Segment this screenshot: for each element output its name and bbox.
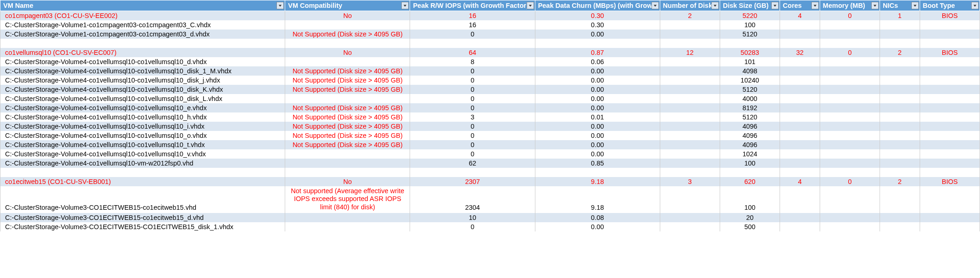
cell-mem	[820, 213, 880, 222]
cell-cores	[780, 112, 820, 122]
filter-icon[interactable]	[811, 2, 819, 9]
col-memory[interactable]: Memory (MB)	[820, 0, 880, 11]
cell-cores	[780, 159, 820, 168]
col-num-disks[interactable]: Number of Disks	[660, 0, 720, 11]
disk-row[interactable]: C:-ClusterStorage-Volume3-CO1ECITWEB15-c…	[0, 186, 980, 213]
cell-ndisk	[660, 186, 720, 213]
cell-mem: 0	[820, 48, 880, 57]
blank-cell	[410, 39, 535, 48]
cell-nics	[880, 159, 920, 168]
col-vm-compat[interactable]: VM Compatibility	[285, 0, 410, 11]
cell-name: C:-ClusterStorage-Volume4-co1vellumsql10…	[0, 149, 285, 159]
cell-cores	[780, 76, 820, 85]
blank-cell	[285, 168, 410, 177]
blank-cell	[410, 168, 535, 177]
cell-boot	[920, 213, 980, 222]
cell-compat: No	[285, 11, 410, 21]
blank-row[interactable]	[0, 168, 980, 177]
cell-churn: 0.87	[535, 48, 660, 57]
cell-boot	[920, 186, 980, 213]
disk-row[interactable]: C:-ClusterStorage-Volume1-co1cmpagent03-…	[0, 20, 980, 30]
col-label: Boot Type	[923, 2, 955, 9]
filter-icon[interactable]	[971, 2, 979, 9]
cell-boot	[920, 57, 980, 66]
disk-row[interactable]: C:-ClusterStorage-Volume4-co1vellumsql10…	[0, 66, 980, 76]
disk-row[interactable]: C:-ClusterStorage-Volume4-co1vellumsql10…	[0, 103, 980, 112]
cell-compat: Not Supported (Disk size > 4095 GB)	[285, 140, 410, 149]
blank-row[interactable]	[0, 39, 980, 48]
vm-row[interactable]: co1cmpagent03 (CO1-CU-SV-EE002)No160.302…	[0, 11, 980, 21]
disk-row[interactable]: C:-ClusterStorage-Volume3-CO1ECITWEB15-C…	[0, 222, 980, 231]
cell-churn: 0.00	[535, 122, 660, 131]
filter-icon[interactable]	[711, 2, 719, 9]
cell-ndisk	[660, 103, 720, 112]
disk-row[interactable]: C:-ClusterStorage-Volume4-co1vellumsql10…	[0, 112, 980, 122]
disk-row[interactable]: C:-ClusterStorage-Volume4-co1vellumsql10…	[0, 94, 980, 103]
blank-cell	[535, 168, 660, 177]
filter-icon[interactable]	[276, 2, 284, 9]
cell-churn: 0.30	[535, 11, 660, 21]
cell-nics	[880, 103, 920, 112]
blank-cell	[780, 39, 820, 48]
cell-cores: 4	[780, 177, 820, 186]
col-peak-iops[interactable]: Peak R/W IOPS (with Growth Factor)	[410, 0, 535, 11]
col-nics[interactable]: NICs	[880, 0, 920, 11]
disk-row[interactable]: C:-ClusterStorage-Volume4-co1vellumsql10…	[0, 76, 980, 85]
cell-name: C:-ClusterStorage-Volume4-co1vellumsql10…	[0, 85, 285, 94]
col-label: Peak R/W IOPS (with Growth Factor)	[413, 2, 528, 9]
cell-churn: 9.18	[535, 177, 660, 186]
cell-iops: 0	[410, 66, 535, 76]
filter-icon[interactable]	[871, 2, 879, 9]
cell-ndisk	[660, 131, 720, 140]
filter-icon[interactable]	[651, 2, 659, 9]
cell-ndisk	[660, 85, 720, 94]
col-label: Cores	[783, 2, 802, 9]
cell-ndisk	[660, 66, 720, 76]
disk-row[interactable]: C:-ClusterStorage-Volume4-co1vellumsql10…	[0, 140, 980, 149]
col-vm-name[interactable]: VM Name	[0, 0, 285, 11]
cell-iops: 0	[410, 140, 535, 149]
col-label: VM Name	[3, 2, 33, 9]
vm-row[interactable]: co1vellumsql10 (CO1-CU-SV-EC007)No640.87…	[0, 48, 980, 57]
disk-row[interactable]: C:-ClusterStorage-Volume4-co1vellumsql10…	[0, 149, 980, 159]
cell-compat: Not Supported (Disk size > 4095 GB)	[285, 122, 410, 131]
disk-row[interactable]: C:-ClusterStorage-Volume4-co1vellumsql10…	[0, 131, 980, 140]
cell-churn: 0.00	[535, 76, 660, 85]
cell-churn: 0.00	[535, 140, 660, 149]
cell-name: C:-ClusterStorage-Volume4-co1vellumsql10…	[0, 122, 285, 131]
cell-iops: 10	[410, 213, 535, 222]
cell-mem	[820, 222, 880, 231]
cell-mem	[820, 66, 880, 76]
filter-icon[interactable]	[911, 2, 919, 9]
col-label: Disk Size (GB)	[723, 2, 769, 9]
col-cores[interactable]: Cores	[780, 0, 820, 11]
disk-row[interactable]: C:-ClusterStorage-Volume1-co1cmpagent03-…	[0, 30, 980, 39]
cell-nics	[880, 222, 920, 231]
col-peak-churn[interactable]: Peak Data Churn (MBps) (with Growth Fact…	[535, 0, 660, 11]
cell-ndisk	[660, 94, 720, 103]
vm-capacity-table: VM Name VM Compatibility Peak R/W IOPS (…	[0, 0, 980, 231]
cell-iops: 0	[410, 131, 535, 140]
cell-compat	[285, 213, 410, 222]
filter-icon[interactable]	[401, 2, 409, 9]
cell-nics	[880, 94, 920, 103]
cell-churn: 0.00	[535, 131, 660, 140]
disk-row[interactable]: C:-ClusterStorage-Volume4-co1vellumsql10…	[0, 57, 980, 66]
cell-mem	[820, 85, 880, 94]
cell-ndisk	[660, 222, 720, 231]
disk-row[interactable]: C:-ClusterStorage-Volume4-co1vellumsql10…	[0, 159, 980, 168]
vm-row[interactable]: co1ecitweb15 (CO1-CU-SV-EB001)No23079.18…	[0, 177, 980, 186]
cell-dsize: 100	[720, 186, 780, 213]
cell-churn: 0.01	[535, 112, 660, 122]
cell-nics	[880, 85, 920, 94]
cell-iops: 16	[410, 11, 535, 21]
disk-row[interactable]: C:-ClusterStorage-Volume3-CO1ECITWEB15-c…	[0, 213, 980, 222]
disk-row[interactable]: C:-ClusterStorage-Volume4-co1vellumsql10…	[0, 85, 980, 94]
cell-ndisk	[660, 112, 720, 122]
filter-icon[interactable]	[527, 2, 534, 9]
filter-icon[interactable]	[771, 2, 779, 9]
col-disk-size[interactable]: Disk Size (GB)	[720, 0, 780, 11]
col-boot[interactable]: Boot Type	[920, 0, 980, 11]
disk-row[interactable]: C:-ClusterStorage-Volume4-co1vellumsql10…	[0, 122, 980, 131]
cell-mem	[820, 57, 880, 66]
